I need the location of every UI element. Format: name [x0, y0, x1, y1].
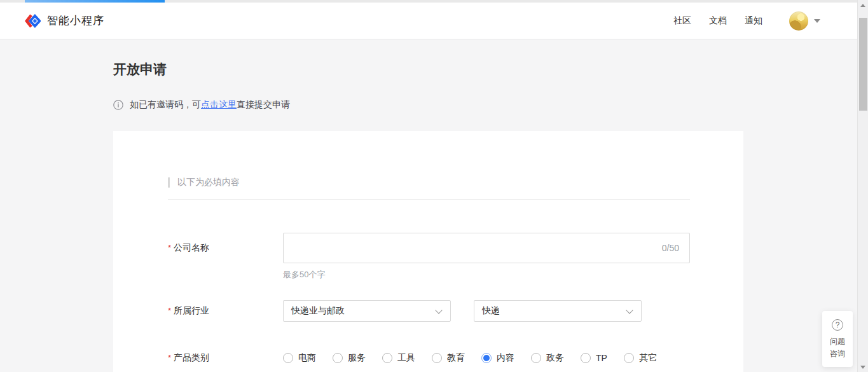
radio-option-content[interactable]: 内容	[481, 352, 514, 364]
radio-icon[interactable]	[432, 353, 442, 363]
company-name-control: 0/50 最多50个字	[283, 233, 690, 280]
radio-icon[interactable]	[531, 353, 541, 363]
top-strip	[0, 0, 857, 3]
user-menu[interactable]	[789, 11, 820, 31]
nav-item-docs[interactable]: 文档	[709, 15, 727, 27]
required-asterisk: *	[168, 243, 171, 252]
help-widget-line2: 咨询	[822, 348, 853, 360]
chevron-down-icon	[814, 19, 820, 23]
radio-label: 服务	[348, 352, 366, 364]
company-name-label-text: 公司名称	[174, 242, 209, 252]
user-avatar[interactable]	[789, 11, 808, 31]
product-category-radio-group: 电商 服务 工具 教育 内容	[283, 352, 657, 364]
header-nav: 社区 文档 通知	[673, 15, 762, 27]
brand-name: 智能小程序	[47, 13, 104, 28]
radio-icon-checked[interactable]	[481, 353, 492, 363]
industry-selects: 快递业与邮政 快递	[283, 300, 642, 322]
industry-label-text: 所属行业	[174, 305, 209, 315]
industry-primary-value: 快递业与邮政	[291, 305, 345, 317]
radio-option-government[interactable]: 政务	[531, 352, 564, 364]
page-loading-bar	[25, 0, 165, 3]
nav-item-community[interactable]: 社区	[673, 15, 691, 27]
invite-code-notice: 如已有邀请码，可点击这里直接提交申请	[113, 99, 290, 111]
scrollbar-down-arrow[interactable]	[858, 361, 868, 372]
radio-label: 工具	[397, 352, 415, 364]
scrollbar-up-arrow[interactable]	[858, 0, 868, 11]
notice-text: 如已有邀请码，可点击这里直接提交申请	[130, 99, 290, 111]
radio-option-service[interactable]: 服务	[333, 352, 366, 364]
help-widget-line1: 问题	[822, 336, 853, 348]
product-category-row: *产品类别 电商 服务 工具 教育	[168, 352, 690, 364]
required-section-header: 以下为必填内容	[168, 177, 690, 188]
vertical-scrollbar[interactable]	[857, 0, 868, 372]
radio-option-tools[interactable]: 工具	[382, 352, 415, 364]
help-consultation-widget[interactable]: ? 问题 咨询	[822, 311, 853, 367]
industry-primary-select[interactable]: 快递业与邮政	[283, 300, 451, 322]
product-category-label: *产品类别	[168, 352, 283, 364]
radio-icon[interactable]	[333, 353, 343, 363]
company-name-hint: 最多50个字	[283, 269, 690, 280]
question-circle-icon: ?	[832, 319, 843, 331]
invite-code-link[interactable]: 点击这里	[201, 99, 237, 109]
radio-label: 内容	[497, 352, 514, 364]
radio-icon[interactable]	[382, 353, 392, 363]
product-category-label-text: 产品类别	[174, 352, 209, 362]
required-asterisk: *	[168, 306, 171, 315]
industry-row: *所属行业 快递业与邮政 快递	[168, 300, 690, 322]
company-name-input-wrap: 0/50	[283, 233, 690, 263]
section-title: 以下为必填内容	[177, 177, 240, 188]
chevron-down-icon	[626, 307, 633, 313]
radio-option-ecommerce[interactable]: 电商	[283, 352, 316, 364]
notice-prefix: 如已有邀请码，可	[130, 99, 201, 109]
chevron-down-icon	[435, 307, 442, 313]
app-header: 智能小程序 社区 文档 通知	[0, 3, 857, 39]
section-marker-bar	[168, 177, 170, 188]
char-counter: 0/50	[662, 243, 679, 253]
company-name-row: *公司名称 0/50 最多50个字	[168, 233, 690, 280]
company-name-input[interactable]	[284, 233, 689, 263]
notice-suffix: 直接提交申请	[237, 99, 290, 109]
required-asterisk: *	[168, 353, 171, 362]
nav-item-notifications[interactable]: 通知	[745, 15, 762, 27]
radio-label: 电商	[298, 352, 316, 364]
divider	[168, 199, 690, 200]
brand-home-link[interactable]: 智能小程序	[24, 13, 104, 29]
radio-option-education[interactable]: 教育	[432, 352, 465, 364]
radio-option-tp[interactable]: TP	[581, 353, 607, 363]
radio-icon[interactable]	[283, 353, 293, 363]
company-name-label: *公司名称	[168, 233, 283, 280]
radio-option-other[interactable]: 其它	[624, 352, 657, 364]
radio-icon[interactable]	[624, 353, 634, 363]
industry-label: *所属行业	[168, 300, 283, 322]
radio-icon[interactable]	[581, 353, 591, 363]
industry-secondary-value: 快递	[482, 305, 500, 317]
info-icon	[113, 100, 123, 110]
page-container: 智能小程序 社区 文档 通知 开放申请 如已有邀请码，可点击这里直接提交申请 以…	[0, 0, 857, 372]
radio-label: TP	[596, 353, 607, 363]
page-title: 开放申请	[113, 60, 167, 78]
radio-label: 政务	[546, 352, 564, 364]
radio-label: 其它	[639, 352, 657, 364]
industry-secondary-select[interactable]: 快递	[474, 300, 642, 322]
scrollbar-thumb[interactable]	[859, 18, 867, 111]
brand-logo-icon	[24, 13, 41, 29]
application-form-card: 以下为必填内容 *公司名称 0/50 最多50个字 *所属行业 快递业与邮政	[113, 131, 743, 372]
radio-label: 教育	[447, 352, 465, 364]
